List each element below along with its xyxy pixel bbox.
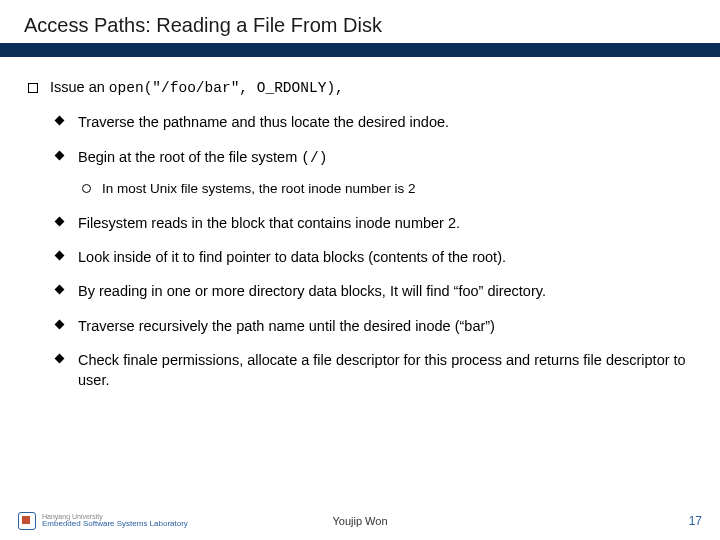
- footer-org-line2: Embedded Software Systems Laboratory: [42, 520, 188, 528]
- bullet-text: Traverse recursively the path name until…: [78, 318, 495, 334]
- diamond-bullet-icon: [55, 319, 65, 329]
- level2-item: By reading in one or more directory data…: [56, 281, 692, 301]
- logo-icon: [18, 512, 36, 530]
- diamond-bullet-icon: [55, 216, 65, 226]
- bullet-text: Check finale permissions, allocate a fil…: [78, 352, 686, 388]
- level1-item: Issue an open("/foo/bar", O_RDONLY),: [28, 77, 692, 98]
- level2-item: Traverse recursively the path name until…: [56, 316, 692, 336]
- bullet-text: Filesystem reads in the block that conta…: [78, 215, 460, 231]
- level2-item: Traverse the pathname and thus locate th…: [56, 112, 692, 132]
- level2-item: Begin at the root of the file system (/): [56, 147, 692, 168]
- footer-org-text: Hanyang University Embedded Software Sys…: [42, 513, 188, 529]
- footer-author: Youjip Won: [332, 515, 387, 527]
- title-underline-bar: [0, 43, 720, 57]
- subbullet-text: In most Unix file systems, the root inod…: [102, 181, 416, 196]
- diamond-bullet-icon: [55, 251, 65, 261]
- issue-code: open("/foo/bar", O_RDONLY),: [109, 80, 344, 96]
- footer-logo: Hanyang University Embedded Software Sys…: [18, 512, 188, 530]
- diamond-bullet-icon: [55, 150, 65, 160]
- slide-body: Issue an open("/foo/bar", O_RDONLY), Tra…: [0, 57, 720, 391]
- diamond-bullet-icon: [55, 285, 65, 295]
- level2-item: Look inside of it to find pointer to dat…: [56, 247, 692, 267]
- bullet-text: Traverse the pathname and thus locate th…: [78, 114, 449, 130]
- issue-text: Issue an: [50, 79, 109, 95]
- bullet-text: By reading in one or more directory data…: [78, 283, 546, 299]
- bullet-text: Look inside of it to find pointer to dat…: [78, 249, 506, 265]
- slide-title: Access Paths: Reading a File From Disk: [24, 14, 720, 37]
- page-number: 17: [689, 514, 702, 528]
- bullet-code: (/): [301, 150, 327, 166]
- level2-item: Check finale permissions, allocate a fil…: [56, 350, 692, 391]
- level3-item: In most Unix file systems, the root inod…: [82, 180, 692, 199]
- diamond-bullet-icon: [55, 354, 65, 364]
- slide-footer: Hanyang University Embedded Software Sys…: [0, 508, 720, 534]
- level2-item: Filesystem reads in the block that conta…: [56, 213, 692, 233]
- diamond-bullet-icon: [55, 116, 65, 126]
- bullet-text: Begin at the root of the file system: [78, 149, 301, 165]
